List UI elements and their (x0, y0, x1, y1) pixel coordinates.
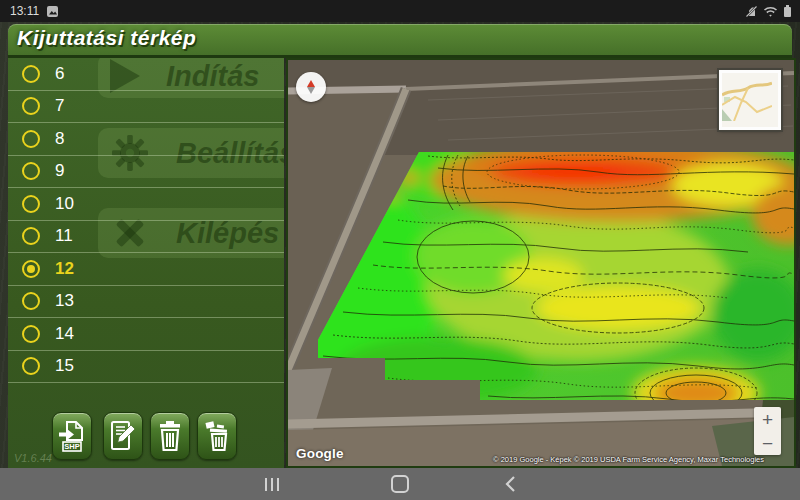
map-view[interactable]: + − Google © 2019 Google - Képek © 2019 … (286, 58, 796, 468)
radio-icon[interactable] (22, 325, 40, 343)
radio-icon[interactable] (22, 227, 40, 245)
app-header: Kijuttatási térkép (8, 24, 792, 58)
radio-icon[interactable] (22, 65, 40, 83)
radio-icon[interactable] (22, 97, 40, 115)
home-icon (391, 475, 409, 493)
radio-icon[interactable] (22, 195, 40, 213)
trash-all-icon (203, 420, 231, 452)
compass-button[interactable] (296, 72, 326, 102)
radio-icon[interactable] (22, 162, 40, 180)
map-attribution: © 2019 Google - Képek © 2019 USDA Farm S… (493, 455, 764, 464)
rate-option[interactable]: 12 (8, 253, 284, 286)
rate-option[interactable]: 15 (8, 351, 284, 384)
google-logo: Google (296, 446, 344, 461)
recents-icon (265, 478, 268, 491)
compass-south-needle (307, 87, 315, 94)
radio-icon[interactable] (22, 292, 40, 310)
export-shp-button[interactable]: SHP (52, 412, 92, 460)
zoom-in-button[interactable]: + (754, 407, 781, 431)
radio-icon[interactable] (22, 260, 40, 278)
radio-icon[interactable] (22, 357, 40, 375)
svg-text:SHP: SHP (64, 442, 79, 451)
delete-button[interactable] (150, 412, 190, 460)
screen: 13:11 Kijutt (0, 0, 800, 500)
shp-file-icon: SHP (58, 420, 86, 452)
zoom-control: + − (754, 407, 781, 455)
app-window: Kijuttatási térkép Indítás (0, 22, 800, 468)
android-nav-bar (0, 468, 800, 500)
back-button[interactable] (492, 468, 528, 500)
rate-option[interactable]: 13 (8, 286, 284, 319)
compass-north-needle (307, 80, 315, 87)
back-icon (504, 475, 516, 493)
edit-button[interactable] (103, 412, 143, 460)
recents-button[interactable] (252, 468, 292, 500)
minimap-roads-icon (722, 73, 772, 121)
screenshot-icon (46, 5, 59, 18)
rate-option[interactable]: 7 (8, 91, 284, 124)
wifi-icon (763, 5, 778, 18)
rate-option[interactable]: 6 (8, 58, 284, 91)
battery-icon (783, 4, 792, 18)
rate-list: 6 7 8 9 10 11 12 13 14 15 (8, 58, 284, 383)
delete-all-button[interactable] (197, 412, 237, 460)
zoom-out-button[interactable]: − (754, 431, 781, 455)
radio-icon[interactable] (22, 130, 40, 148)
edit-note-icon (109, 420, 137, 452)
rate-option[interactable]: 9 (8, 156, 284, 189)
rate-option[interactable]: 14 (8, 318, 284, 351)
status-bar: 13:11 (0, 0, 800, 22)
rate-option[interactable]: 8 (8, 123, 284, 156)
rate-option[interactable]: 11 (8, 221, 284, 254)
rate-option[interactable]: 10 (8, 188, 284, 221)
trash-icon (156, 420, 184, 452)
overview-minimap[interactable] (719, 70, 781, 130)
no-sim-icon (745, 5, 758, 18)
left-panel: Indítás (8, 58, 284, 468)
clock: 13:11 (10, 4, 39, 18)
version-label: V1.6.44 (14, 452, 52, 464)
home-button[interactable] (382, 468, 418, 500)
page-title: Kijuttatási térkép (17, 26, 196, 50)
